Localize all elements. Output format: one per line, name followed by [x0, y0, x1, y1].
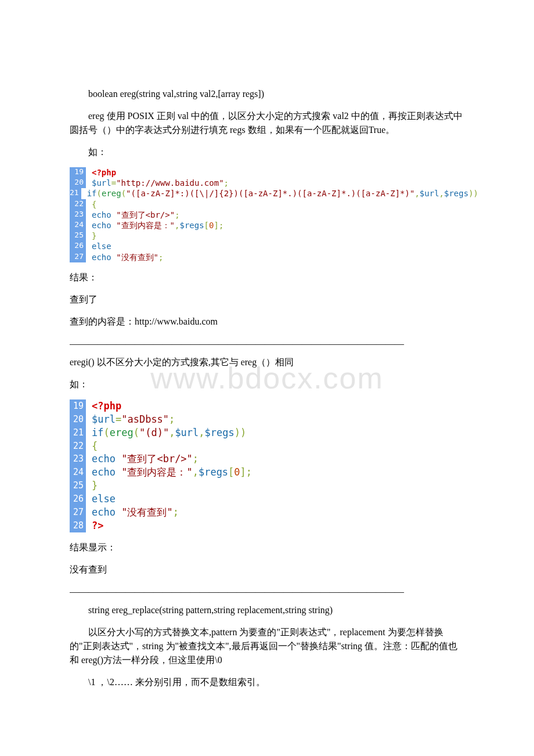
code-punct: = — [116, 413, 121, 425]
code-punct: ; — [169, 413, 175, 425]
paragraph-signature: string ereg_replace(string pattern,strin… — [70, 603, 464, 617]
code-var: $url — [175, 427, 199, 438]
code-block-1: 19<?php 20$url="http://www.baidu.com"; 2… — [70, 167, 464, 262]
code-punct: } — [92, 231, 96, 240]
code-punct: )) — [234, 427, 246, 438]
code-keyword: echo — [92, 253, 116, 262]
paragraph-desc: \1 ，\2…… 来分别引用，而不是数组索引。 — [70, 675, 464, 689]
line-number: 25 — [70, 231, 86, 241]
code-punct: , — [414, 189, 419, 198]
php-open-tag: <?php — [92, 168, 116, 177]
line-number: 19 — [70, 167, 86, 178]
divider-line: ―――――――――――――――――――――――――――――――――――― — [70, 585, 464, 599]
paragraph-result: 查到了 — [70, 293, 464, 307]
code-punct: } — [92, 480, 98, 491]
line-number: 23 — [70, 452, 86, 466]
code-var: $regs — [205, 427, 234, 438]
line-number: 22 — [70, 440, 86, 453]
code-keyword: else — [92, 493, 116, 505]
code-var: $regs — [199, 466, 228, 478]
code-punct: ; — [219, 221, 223, 230]
code-keyword: else — [92, 242, 111, 251]
code-string: "没有查到" — [116, 253, 158, 262]
divider-line: ―――――――――――――――――――――――――――――――――――― — [70, 337, 464, 351]
code-func: ereg — [102, 189, 121, 198]
php-open-tag: <?php — [92, 400, 121, 412]
code-var: $regs — [444, 189, 468, 198]
line-number: 28 — [70, 519, 86, 532]
paragraph-desc: 以区分大小写的方式替换文本,pattern 为要查的"正则表达式"，replac… — [70, 625, 464, 667]
code-punct: = — [111, 178, 116, 188]
code-punct: { — [92, 200, 96, 209]
line-number: 20 — [70, 178, 86, 188]
code-string: "查到内容是：" — [116, 221, 175, 230]
line-number: 24 — [70, 466, 86, 479]
paragraph-result: 查到的内容是：http://www.baidu.com — [70, 315, 464, 329]
php-close-tag: ?> — [92, 520, 103, 531]
code-punct: ] — [214, 221, 218, 230]
line-number: 25 — [70, 479, 86, 492]
code-var: $url — [420, 189, 439, 198]
paragraph-example-label: 如： — [70, 377, 464, 391]
line-number: 21 — [70, 188, 81, 199]
code-keyword: echo — [92, 221, 116, 230]
code-string: "asDbss" — [121, 413, 169, 425]
line-number: 26 — [70, 241, 86, 251]
line-number: 24 — [70, 220, 86, 231]
code-punct: ; — [246, 466, 252, 478]
line-number: 26 — [70, 492, 86, 506]
code-var: $url — [92, 178, 111, 188]
code-punct: [ — [204, 221, 209, 230]
code-string: "没有查到" — [121, 506, 172, 518]
code-punct: , — [439, 189, 444, 198]
line-number: 21 — [70, 426, 86, 440]
code-string: "(d)" — [139, 427, 169, 438]
code-keyword: echo — [92, 506, 121, 518]
paragraph-result-label: 结果： — [70, 271, 464, 285]
code-punct: ; — [173, 506, 179, 518]
paragraph-eregi: eregi() 以不区分大小定的方式搜索,其它与 ereg（）相同 — [70, 355, 464, 369]
line-number: 23 — [70, 210, 86, 220]
code-func: ereg — [110, 427, 134, 438]
paragraph-result-label: 结果显示： — [70, 541, 464, 555]
code-keyword: if — [87, 189, 97, 198]
code-punct: ( — [103, 427, 109, 438]
paragraph-desc: ereg 使用 POSIX 正则 val 中的值，以区分大小定的方式搜索 val… — [70, 109, 464, 137]
code-punct: ; — [193, 453, 199, 465]
code-punct: ; — [175, 210, 179, 219]
code-punct: , — [169, 427, 175, 438]
code-punct: ] — [240, 466, 246, 478]
code-keyword: if — [92, 427, 103, 438]
code-punct: ; — [224, 178, 229, 188]
code-number: 0 — [234, 466, 240, 478]
code-punct: ( — [134, 427, 139, 438]
line-number: 27 — [70, 252, 86, 262]
paragraph-result: 没有查到 — [70, 563, 464, 577]
paragraph-example-label: 如： — [70, 145, 464, 159]
code-string: "查到了<br/>" — [121, 453, 193, 465]
code-string: "查到了<br/>" — [116, 210, 175, 219]
code-punct: ( — [121, 189, 126, 198]
line-number: 22 — [70, 199, 86, 210]
code-string: "查到内容是：" — [121, 466, 192, 478]
code-punct: ( — [97, 189, 102, 198]
code-punct: , — [199, 427, 204, 438]
code-punct: , — [193, 466, 199, 478]
code-var: $url — [92, 413, 116, 425]
code-string: "([a-zA-Z]*:)([\|/]{2})([a-zA-Z]*.)([a-z… — [126, 189, 414, 198]
code-block-2: 19<?php 20$url="asDbss"; 21if(ereg("(d)"… — [70, 399, 464, 532]
code-punct: { — [92, 440, 98, 452]
code-var: $regs — [179, 221, 204, 230]
code-punct: ; — [158, 253, 163, 262]
paragraph-signature: boolean ereg(string val,string val2,[arr… — [70, 87, 464, 101]
code-keyword: echo — [92, 453, 121, 465]
code-string: "http://www.baidu.com" — [116, 178, 223, 188]
line-number: 20 — [70, 413, 86, 426]
code-keyword: echo — [92, 466, 121, 478]
line-number: 27 — [70, 506, 86, 519]
code-punct: )) — [468, 189, 478, 198]
code-keyword: echo — [92, 210, 116, 219]
code-punct: [ — [228, 466, 234, 478]
line-number: 19 — [70, 399, 86, 413]
